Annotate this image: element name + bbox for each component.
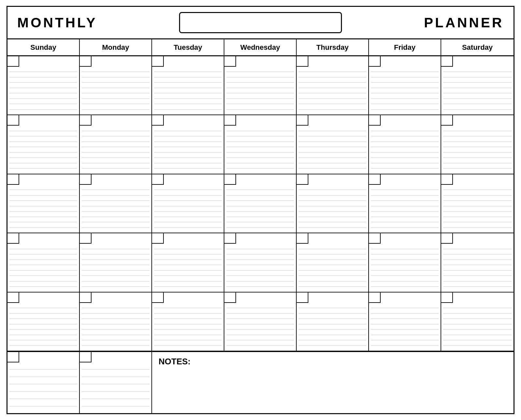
date-box bbox=[297, 115, 308, 126]
lines-area bbox=[297, 303, 368, 351]
cell-r4-sat[interactable] bbox=[441, 233, 514, 291]
cell-r3-wed[interactable] bbox=[224, 174, 297, 233]
lines-area bbox=[224, 244, 296, 291]
cell-r3-mon[interactable] bbox=[80, 174, 152, 233]
cell-r2-mon[interactable] bbox=[80, 115, 152, 173]
lines-area bbox=[297, 244, 368, 291]
cell-r2-wed[interactable] bbox=[224, 115, 297, 173]
planner-label: PLANNER bbox=[424, 15, 504, 31]
cell-r4-fri[interactable] bbox=[369, 233, 441, 291]
lines-area bbox=[369, 67, 441, 115]
lines-area bbox=[297, 126, 368, 173]
lines-area bbox=[441, 126, 514, 173]
cell-r4-thu[interactable] bbox=[297, 233, 369, 291]
date-box bbox=[224, 233, 236, 244]
date-box bbox=[80, 352, 92, 362]
lines-area bbox=[297, 185, 368, 233]
lines-area bbox=[152, 244, 224, 291]
cell-r2-sat[interactable] bbox=[441, 115, 514, 173]
date-box bbox=[441, 56, 453, 67]
lines-area bbox=[441, 185, 514, 233]
date-box bbox=[80, 56, 92, 67]
cell-bottom-mon[interactable] bbox=[80, 352, 152, 413]
lines-area bbox=[369, 126, 441, 173]
lines-area bbox=[7, 362, 79, 413]
cell-r4-mon[interactable] bbox=[80, 233, 152, 291]
date-box bbox=[7, 115, 19, 126]
date-box bbox=[369, 115, 381, 126]
date-box bbox=[7, 174, 19, 185]
day-header-sunday: Sunday bbox=[7, 39, 80, 55]
cell-r1-sat[interactable] bbox=[441, 56, 514, 115]
header: MONTHLY PLANNER bbox=[7, 7, 514, 39]
date-box bbox=[441, 174, 453, 185]
cell-r1-tue[interactable] bbox=[152, 56, 224, 115]
lines-area bbox=[152, 185, 224, 233]
cell-r1-wed[interactable] bbox=[224, 56, 297, 115]
lines-area bbox=[80, 185, 151, 233]
cell-r1-mon[interactable] bbox=[80, 56, 152, 115]
monthly-label: MONTHLY bbox=[17, 15, 97, 31]
calendar-row-2 bbox=[7, 115, 514, 174]
cell-r2-sun[interactable] bbox=[7, 115, 80, 173]
cell-r5-sat[interactable] bbox=[441, 292, 514, 351]
cell-r5-sun[interactable] bbox=[7, 292, 80, 351]
cell-r1-fri[interactable] bbox=[369, 56, 441, 115]
lines-area bbox=[80, 244, 151, 291]
cell-r4-tue[interactable] bbox=[152, 233, 224, 291]
lines-area bbox=[224, 185, 296, 233]
date-box bbox=[80, 292, 92, 303]
date-box bbox=[7, 56, 19, 67]
date-box bbox=[152, 115, 164, 126]
lines-area bbox=[441, 67, 514, 115]
cell-bottom-sun[interactable] bbox=[7, 352, 80, 413]
calendar-row-1 bbox=[7, 56, 514, 115]
date-box bbox=[224, 56, 236, 67]
lines-area bbox=[7, 303, 79, 351]
lines-area bbox=[152, 303, 224, 351]
lines-area bbox=[224, 67, 296, 115]
lines-area bbox=[7, 244, 79, 291]
cell-r5-thu[interactable] bbox=[297, 292, 369, 351]
calendar-row-4 bbox=[7, 233, 514, 292]
lines-area bbox=[441, 244, 514, 291]
title-input-box[interactable] bbox=[179, 12, 342, 33]
lines-area bbox=[297, 67, 368, 115]
cell-r3-tue[interactable] bbox=[152, 174, 224, 233]
day-header-saturday: Saturday bbox=[441, 39, 514, 55]
cell-r2-thu[interactable] bbox=[297, 115, 369, 173]
cell-r2-tue[interactable] bbox=[152, 115, 224, 173]
date-box bbox=[80, 174, 92, 185]
day-header-friday: Friday bbox=[369, 39, 441, 55]
date-box bbox=[297, 174, 308, 185]
lines-area bbox=[80, 67, 151, 115]
cell-r2-fri[interactable] bbox=[369, 115, 441, 173]
cell-r5-fri[interactable] bbox=[369, 292, 441, 351]
cell-r4-wed[interactable] bbox=[224, 233, 297, 291]
cell-r1-sun[interactable] bbox=[7, 56, 80, 115]
cell-r5-tue[interactable] bbox=[152, 292, 224, 351]
planner-container: MONTHLY PLANNER Sunday Monday Tuesday We… bbox=[7, 6, 514, 414]
date-box bbox=[7, 352, 19, 362]
cell-r3-fri[interactable] bbox=[369, 174, 441, 233]
cell-r3-sat[interactable] bbox=[441, 174, 514, 233]
date-box bbox=[441, 115, 453, 126]
date-box bbox=[7, 292, 19, 303]
cell-r1-thu[interactable] bbox=[297, 56, 369, 115]
calendar-row-5 bbox=[7, 292, 514, 351]
lines-area bbox=[224, 303, 296, 351]
lines-area bbox=[224, 126, 296, 173]
cell-r4-sun[interactable] bbox=[7, 233, 80, 291]
cell-r3-sun[interactable] bbox=[7, 174, 80, 233]
cell-r5-wed[interactable] bbox=[224, 292, 297, 351]
date-box bbox=[152, 56, 164, 67]
date-box bbox=[369, 56, 381, 67]
cell-r5-mon[interactable] bbox=[80, 292, 152, 351]
date-box bbox=[152, 292, 164, 303]
lines-area bbox=[152, 67, 224, 115]
cell-r3-thu[interactable] bbox=[297, 174, 369, 233]
notes-section[interactable]: NOTES: bbox=[152, 352, 514, 413]
lines-area bbox=[80, 303, 151, 351]
day-header-tuesday: Tuesday bbox=[152, 39, 224, 55]
lines-area bbox=[369, 185, 441, 233]
